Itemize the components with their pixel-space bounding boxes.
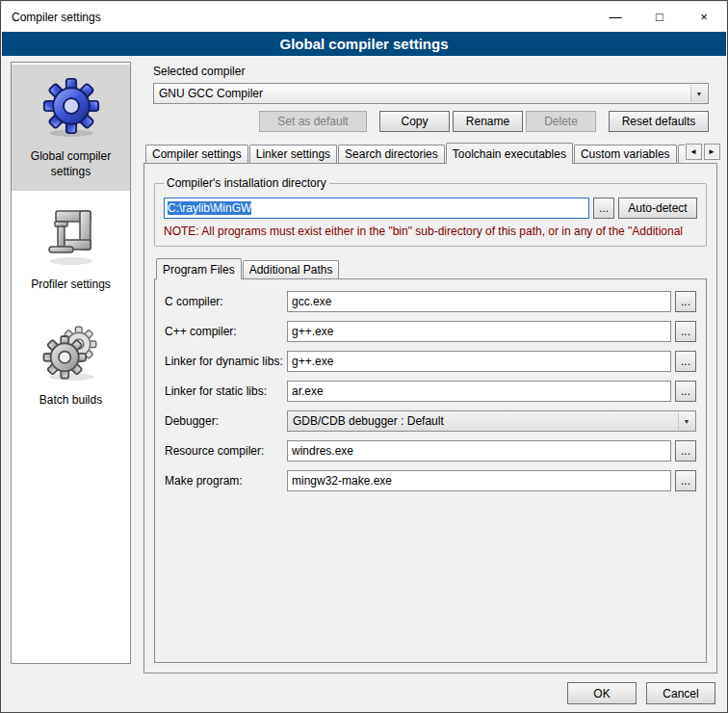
copy-button[interactable]: Copy: [379, 111, 450, 132]
stacked-gears-icon: [41, 320, 101, 384]
selected-compiler-value: GNU GCC Compiler: [159, 87, 263, 100]
c-compiler-row: C compiler: ...: [165, 291, 696, 312]
installation-note: NOTE: All programs must exist either in …: [164, 224, 697, 238]
resource-compiler-input[interactable]: [287, 440, 671, 462]
settings-tabstrip: Compiler settings Linker settings Search…: [143, 143, 717, 164]
c-compiler-input[interactable]: [287, 291, 671, 312]
tab-program-files[interactable]: Program Files: [156, 258, 242, 279]
make-program-input[interactable]: [287, 470, 671, 491]
browse-c-compiler-button[interactable]: ...: [675, 291, 696, 312]
auto-detect-button[interactable]: Auto-detect: [618, 198, 697, 219]
sidebar-item-global-compiler-settings[interactable]: Global compiler settings: [12, 65, 130, 191]
installation-directory-group: Compiler's installation directory C:\ray…: [154, 183, 707, 247]
dynamic-linker-input[interactable]: [287, 351, 671, 372]
chevron-down-icon: ▼: [678, 412, 694, 430]
minimize-icon: —: [610, 10, 622, 24]
static-linker-label: Linker for static libs:: [165, 384, 287, 398]
debugger-label: Debugger:: [165, 414, 287, 428]
debugger-value: GDB/CDB debugger : Default: [293, 414, 444, 428]
rename-button[interactable]: Rename: [453, 111, 523, 132]
maximize-button[interactable]: □: [637, 2, 682, 32]
debugger-dropdown[interactable]: GDB/CDB debugger : Default ▼: [287, 410, 696, 432]
minimize-button[interactable]: —: [593, 2, 637, 32]
browse-cpp-compiler-button[interactable]: ...: [675, 321, 696, 342]
tab-scroll-buttons: ◄ ►: [686, 144, 720, 160]
static-linker-input[interactable]: [287, 381, 671, 402]
toolchain-executables-page: Compiler's installation directory C:\ray…: [143, 163, 717, 673]
debugger-row: Debugger: GDB/CDB debugger : Default ▼: [165, 410, 696, 432]
sidebar-item-profiler-settings[interactable]: Profiler settings: [12, 197, 130, 304]
installation-directory-label: Compiler's installation directory: [164, 176, 329, 190]
cpp-compiler-input[interactable]: [287, 321, 671, 342]
c-compiler-label: C compiler:: [165, 295, 287, 308]
close-button[interactable]: ×: [682, 2, 726, 32]
ok-button[interactable]: OK: [567, 682, 637, 704]
sidebar-item-label: Global compiler settings: [14, 149, 127, 179]
make-program-label: Make program:: [165, 474, 287, 488]
caption-buttons: — □ ×: [593, 2, 726, 32]
tab-search-directories[interactable]: Search directories: [338, 145, 445, 163]
tab-scroll-left-icon[interactable]: ◄: [686, 144, 702, 160]
settings-category-list: Global compiler settings Profiler settin…: [11, 62, 131, 664]
make-program-row: Make program: ...: [165, 470, 696, 491]
programs-tabstrip: Program Files Additional Paths: [154, 259, 707, 279]
delete-button[interactable]: Delete: [526, 111, 596, 132]
resource-compiler-label: Resource compiler:: [165, 444, 287, 458]
dynamic-linker-label: Linker for dynamic libs:: [165, 355, 287, 368]
browse-installation-directory-button[interactable]: ...: [593, 198, 614, 219]
chevron-down-icon: ▼: [690, 85, 707, 102]
tab-custom-variables[interactable]: Custom variables: [574, 145, 677, 163]
browse-static-linker-button[interactable]: ...: [675, 381, 696, 402]
browse-dynamic-linker-button[interactable]: ...: [675, 351, 696, 372]
set-as-default-button[interactable]: Set as default: [259, 111, 367, 132]
titlebar[interactable]: Compiler settings — □ ×: [2, 2, 726, 32]
blue-gear-icon: [41, 74, 101, 141]
maximize-icon: □: [656, 10, 663, 24]
cpp-compiler-label: C++ compiler:: [165, 325, 287, 338]
browse-make-program-button[interactable]: ...: [675, 470, 696, 491]
tab-linker-settings[interactable]: Linker settings: [249, 145, 337, 163]
installation-directory-value: C:\raylib\MinGW: [168, 201, 251, 215]
main-panel: Selected compiler GNU GCC Compiler ▼ Set…: [143, 62, 717, 673]
tab-toolchain-executables[interactable]: Toolchain executables: [446, 143, 573, 164]
installation-directory-input[interactable]: C:\raylib\MinGW: [164, 198, 589, 219]
banner-title: Global compiler settings: [279, 36, 448, 52]
cpp-compiler-row: C++ compiler: ...: [165, 321, 696, 342]
resource-compiler-row: Resource compiler: ...: [165, 440, 696, 462]
sidebar-item-batch-builds[interactable]: Batch builds: [12, 310, 130, 420]
sidebar-item-label: Profiler settings: [31, 277, 111, 293]
selected-compiler-label: Selected compiler: [153, 65, 717, 78]
tab-build-options-clipped[interactable]: Buil: [678, 145, 685, 163]
browse-resource-compiler-button[interactable]: ...: [675, 440, 696, 462]
tab-additional-paths[interactable]: Additional Paths: [243, 260, 340, 278]
selected-compiler-dropdown[interactable]: GNU GCC Compiler ▼: [153, 83, 709, 104]
tab-scroll-right-icon[interactable]: ►: [704, 144, 720, 160]
installation-directory-row: C:\raylib\MinGW ... Auto-detect: [164, 198, 697, 219]
program-files-panel: C compiler: ... C++ compiler: ... Linker…: [154, 278, 707, 663]
reset-defaults-button[interactable]: Reset defaults: [609, 111, 709, 132]
sidebar-item-label: Batch builds: [39, 393, 102, 409]
window-title: Compiler settings: [2, 11, 101, 24]
cancel-button[interactable]: Cancel: [646, 682, 715, 704]
tab-compiler-settings[interactable]: Compiler settings: [145, 145, 248, 163]
dynamic-linker-row: Linker for dynamic libs: ...: [165, 351, 696, 372]
close-icon: ×: [700, 10, 708, 24]
compiler-settings-dialog: Compiler settings — □ × Global compiler …: [0, 0, 728, 713]
compiler-actions: Set as default Copy Rename Delete Reset …: [153, 111, 709, 132]
dialog-banner: Global compiler settings: [2, 32, 726, 56]
clamp-icon: [44, 206, 98, 269]
static-linker-row: Linker for static libs: ...: [165, 381, 696, 402]
dialog-footer: OK Cancel: [567, 682, 715, 704]
